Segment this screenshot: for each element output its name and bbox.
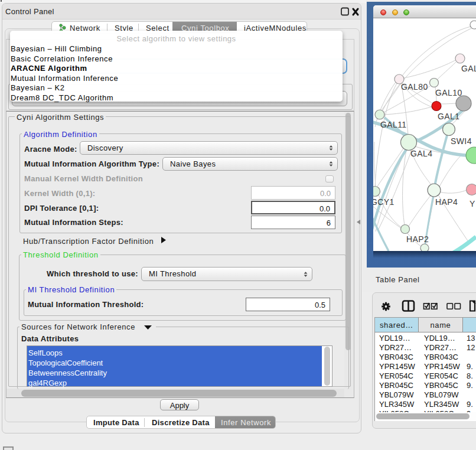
svg-text:GAL11: GAL11: [380, 120, 407, 129]
svg-text:GAL1: GAL1: [438, 112, 459, 121]
svg-text:Y: Y: [470, 199, 475, 208]
svg-text:GAL10: GAL10: [435, 88, 462, 97]
svg-text:GAL4: GAL4: [410, 149, 432, 158]
svg-text:SWI4: SWI4: [451, 136, 472, 146]
svg-text:HAP4: HAP4: [435, 197, 458, 207]
svg-text:GAL2: GAL2: [461, 64, 476, 73]
svg-text:HAP2: HAP2: [406, 234, 429, 244]
svg-text:GAL80: GAL80: [401, 82, 428, 92]
svg-text:GCY1: GCY1: [373, 197, 395, 207]
